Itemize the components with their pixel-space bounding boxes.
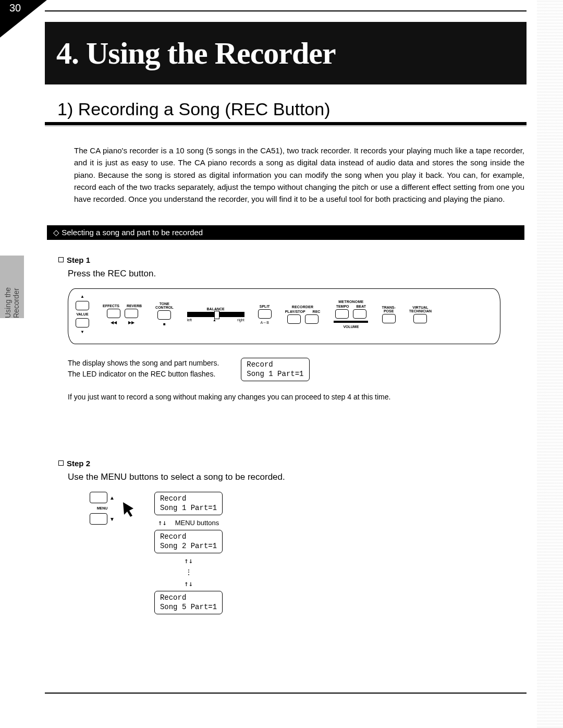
balance-label: BALANCE xyxy=(207,307,225,311)
effects-button xyxy=(107,309,120,318)
reverb-button xyxy=(125,309,138,318)
reverb-label: REVERB xyxy=(127,304,142,308)
value-label: VALUE xyxy=(76,312,88,316)
tempo-label: TEMPO xyxy=(336,305,349,308)
balance-left-label: left xyxy=(187,318,192,322)
rec-button xyxy=(305,314,319,324)
lcd-display-step2-c: Record Song 5 Part=1 xyxy=(154,591,223,614)
top-rule xyxy=(45,10,527,11)
ab-label: A↔B xyxy=(261,321,269,324)
step-1-result-text: The display shows the song and part numb… xyxy=(58,358,219,380)
play-stop-label: PLAY/STOP xyxy=(285,310,305,313)
value-down-button xyxy=(76,318,89,327)
menu-buttons-caption-text: MENU buttons xyxy=(175,519,219,527)
value-up-button xyxy=(76,301,89,310)
updown-arrows-3: ↑↓ xyxy=(184,579,193,588)
step-1-block: Step 1 Press the REC button. ▲ VALUE ▼ E… xyxy=(58,256,524,401)
step-1-label: Step 1 xyxy=(58,256,524,264)
menu-label: MENU xyxy=(97,506,108,510)
split-button xyxy=(258,309,272,319)
step-2-label: Step 2 xyxy=(58,459,524,468)
tone-control-label: TONE CONTROL xyxy=(155,302,174,309)
effects-label: EFFECTS xyxy=(103,304,119,308)
updown-arrows-2: ↑↓ xyxy=(184,556,193,565)
subsection-bar: ◇ Selecting a song and part to be record… xyxy=(47,225,524,240)
step-2-action: Use the MENU buttons to select a song to… xyxy=(68,472,524,482)
beat-button xyxy=(353,309,366,319)
scan-artifact-right xyxy=(537,0,563,728)
updown-arrows-1: ↑↓ xyxy=(158,518,167,527)
section-underline xyxy=(45,122,527,126)
lcd-display-step2-b: Record Song 2 Part=1 xyxy=(154,530,223,553)
intro-paragraph: The CA piano's recorder is a 10 song (5 … xyxy=(74,144,524,205)
bottom-rule xyxy=(45,693,527,694)
page-corner xyxy=(0,0,47,38)
virtual-tech-label: VIRTUAL TECHNICIAN xyxy=(409,306,432,313)
balance-slider xyxy=(187,312,244,317)
step-1-action: Press the REC button. xyxy=(68,269,524,279)
lcd-display-step1: Record Song 1 Part=1 xyxy=(241,358,309,381)
sidebar-tab: Using the Recorder xyxy=(0,256,24,318)
section-heading: 1) Recording a Song (REC Button) xyxy=(57,99,330,119)
menu-buttons-illustration: ▲ MENU ▼ xyxy=(90,492,115,525)
volume-label: VOLUME xyxy=(343,325,359,329)
page-number: 30 xyxy=(9,2,21,14)
tempo-button xyxy=(335,309,349,319)
split-label: SPLIT xyxy=(260,305,270,308)
rec-label: REC xyxy=(313,310,321,313)
metronome-group-label: METRONOME xyxy=(338,300,363,304)
balance-right-label: right xyxy=(237,318,244,322)
control-panel-illustration: ▲ VALUE ▼ EFFECTS REVERB ◀◀▶▶ TONE CONTR… xyxy=(68,288,500,344)
menu-diagram: ▲ MENU ▼ Record Song 1 Part=1 ↑↓↑↓ MENU … xyxy=(90,492,524,614)
virtual-tech-button xyxy=(413,314,427,323)
pointer-icon xyxy=(117,498,138,519)
vertical-dots: ⋮ xyxy=(185,568,192,576)
tone-control-button xyxy=(157,310,171,320)
transpose-label: TRANS- POSE xyxy=(382,306,395,313)
transpose-button xyxy=(382,314,396,323)
play-stop-button xyxy=(287,314,301,324)
step-1-note: If you just want to record a song withou… xyxy=(68,393,524,401)
chapter-title-banner: 4. Using the Recorder xyxy=(45,22,527,84)
recorder-group-label: RECORDER xyxy=(292,305,314,309)
lcd-display-step2-a: Record Song 1 Part=1 xyxy=(154,492,223,515)
step-2-block: Step 2 Use the MENU buttons to select a … xyxy=(58,459,524,614)
beat-label: BEAT xyxy=(357,305,366,308)
volume-bar xyxy=(334,321,368,323)
